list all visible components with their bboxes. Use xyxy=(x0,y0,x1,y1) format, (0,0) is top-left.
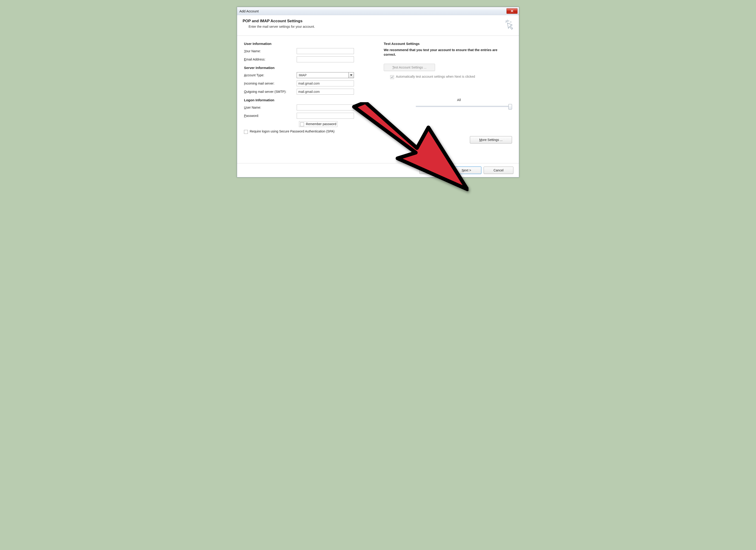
input-password[interactable] xyxy=(297,113,354,119)
select-account-type[interactable]: IMAP xyxy=(297,72,354,78)
check-icon xyxy=(391,76,393,78)
slider-thumb[interactable] xyxy=(508,104,512,109)
checkbox-remember-password[interactable] xyxy=(300,122,304,126)
header-subheading: Enter the mail server settings for your … xyxy=(249,25,315,28)
left-column: User Information Your Name: Email Addres… xyxy=(244,42,372,161)
label-password: Password: xyxy=(244,114,297,117)
section-logon-info: Logon Information xyxy=(244,98,372,102)
dialog-header: POP and IMAP Account Settings Enter the … xyxy=(237,15,519,36)
next-button[interactable]: Next > xyxy=(452,167,481,174)
section-server-info: Server Information xyxy=(244,66,372,70)
input-incoming-server[interactable] xyxy=(297,80,354,86)
label-outgoing-server: Outgoing mail server (SMTP): xyxy=(244,90,297,93)
mail-offline-slider[interactable] xyxy=(416,106,512,107)
add-account-dialog: Add Account POP and IMAP Account Setting… xyxy=(237,7,519,177)
window-title: Add Account xyxy=(239,9,259,13)
label-account-type: Account Type: xyxy=(244,73,297,77)
cancel-button[interactable]: Cancel xyxy=(484,167,513,174)
input-email[interactable] xyxy=(297,56,354,62)
input-your-name[interactable] xyxy=(297,48,354,54)
label-your-name: Your Name: xyxy=(244,49,297,53)
label-incoming-server: Incoming mail server: xyxy=(244,82,297,85)
section-test-account: Test Account Settings xyxy=(384,42,512,46)
select-account-type-value: IMAP xyxy=(299,73,307,77)
close-button[interactable] xyxy=(507,8,518,14)
cursor-click-icon xyxy=(503,19,513,31)
close-icon xyxy=(511,10,513,12)
chevron-down-icon xyxy=(348,72,354,78)
label-username: User Name: xyxy=(244,106,297,109)
label-auto-test: Automatically test account settings when… xyxy=(396,75,475,78)
input-username[interactable] xyxy=(297,104,354,110)
header-heading: POP and IMAP Account Settings xyxy=(243,19,315,23)
label-remember-password: Remember password xyxy=(306,122,336,126)
more-settings-button[interactable]: More Settings ... xyxy=(470,136,512,143)
titlebar: Add Account xyxy=(237,7,519,15)
test-account-desc: We recommend that you test your account … xyxy=(384,48,503,57)
input-outgoing-server[interactable] xyxy=(297,89,354,95)
section-user-info: User Information xyxy=(244,42,372,46)
label-email: Email Address: xyxy=(244,57,297,61)
test-account-settings-button[interactable]: Test Account Settings ... xyxy=(384,64,435,71)
back-button[interactable]: < Back xyxy=(419,167,449,174)
checkbox-require-spa[interactable] xyxy=(244,130,248,134)
slider-label-all: All xyxy=(457,98,461,102)
checkbox-auto-test[interactable] xyxy=(390,75,394,79)
dialog-footer: < Back Next > Cancel xyxy=(237,163,519,177)
label-require-spa: Require logon using Secure Password Auth… xyxy=(250,129,334,133)
